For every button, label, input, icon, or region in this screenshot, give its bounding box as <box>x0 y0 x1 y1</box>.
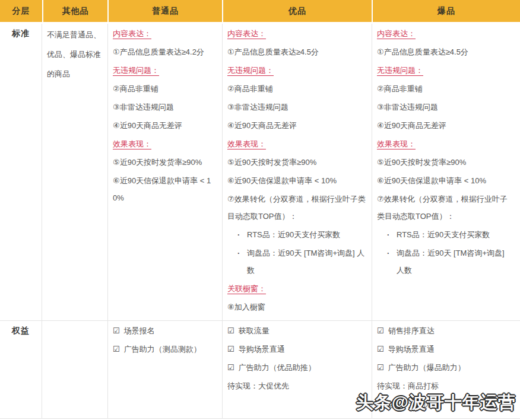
item-text: 导购场景直通 <box>239 341 367 358</box>
standard-row: 标准 不满足普通品、优品、爆品标准的商品 内容表达：①产品信息质量表达≥4.2分… <box>0 24 520 321</box>
item-text: 导购场景直通 <box>388 341 515 358</box>
table-header-row: 分层 其他品 普通品 优品 爆品 <box>0 0 520 22</box>
item-text: 询盘品：近90天 [TM咨询+询盘] 人数 <box>247 244 367 279</box>
criteria-item: ④近90天商品无差评 <box>113 117 217 134</box>
checkbox-checked-icon: ☑ <box>113 341 120 358</box>
criteria-heading: 效果表现： <box>377 135 509 152</box>
criteria-bullet-item: ·询盘品：近90天 [TM咨询+询盘] 人数 <box>377 244 509 279</box>
checkbox-checked-icon: ☑ <box>377 359 384 376</box>
criteria-item: ①产品信息质量表达≥4.2分 <box>113 43 217 61</box>
criteria-heading: 效果表现： <box>113 135 217 152</box>
criteria-heading: 内容表达： <box>113 25 217 42</box>
benefit-item: ☑获取流量 <box>227 322 367 339</box>
benefits-cell-others <box>42 321 108 418</box>
benefit-item: ☑广告助力（爆品助力） <box>377 359 515 376</box>
bullet-icon: · <box>237 244 247 279</box>
header-cell-tier: 分层 <box>0 0 42 22</box>
header-cell-ordinary: 普通品 <box>109 0 222 22</box>
benefit-item: ☑导购场景直通 <box>377 341 515 358</box>
criteria-item: ⑤近90天按时发货率≥90% <box>113 154 217 171</box>
criteria-item: ⑧加入橱窗 <box>227 298 367 316</box>
benefit-item: ☑导购场景直通 <box>227 341 367 358</box>
checkbox-checked-icon: ☑ <box>377 322 384 339</box>
item-text: 获取流量 <box>239 322 367 339</box>
criteria-item: ⑥近90天信保退款申请率 < 10% <box>377 172 509 189</box>
criteria-item: ②商品非重铺 <box>113 80 217 97</box>
header-cell-others: 其他品 <box>43 0 107 22</box>
criteria-item: ①产品信息质量表达≥4.5分 <box>377 43 509 61</box>
checkbox-checked-icon: ☑ <box>227 341 234 358</box>
criteria-item: ③非雷达违规问题 <box>377 98 509 116</box>
criteria-item: ⑦效果转化（分双赛道，根据行业叶子类目动态取TOP值）： <box>227 190 367 225</box>
standard-cell-others: 不满足普通品、优品、爆品标准的商品 <box>42 24 108 320</box>
row-label-standard: 标准 <box>0 24 42 320</box>
header-cell-premium: 优品 <box>223 0 372 22</box>
criteria-item: ②商品非重铺 <box>377 80 509 97</box>
criteria-item: ⑥近90天信保退款申请率 < 10% <box>227 172 367 189</box>
benefits-cell-premium: ☑获取流量☑导购场景直通☑广告助力（优品助推）待实现：大促优先 <box>223 321 372 418</box>
bullet-icon: · <box>237 226 247 243</box>
item-text: 场景报名 <box>124 322 217 339</box>
item-text: 广告助力（爆品助力） <box>388 359 515 376</box>
header-cell-hot: 爆品 <box>373 0 520 22</box>
bullet-icon: · <box>387 226 397 243</box>
item-text: 销售排序直达 <box>388 322 515 339</box>
criteria-bullet-item: ·RTS品：近90天支付买家数 <box>227 226 367 243</box>
benefit-item: ☑广告助力（优品助推） <box>227 359 367 376</box>
criteria-item: ③非雷达违规问题 <box>113 98 217 116</box>
item-text: 询盘品：近90天 [TM咨询+询盘] 人数 <box>397 244 509 279</box>
checkbox-checked-icon: ☑ <box>227 359 234 376</box>
checkbox-checked-icon: ☑ <box>113 322 120 339</box>
criteria-bullet-item: ·询盘品：近90天 [TM咨询+询盘] 人数 <box>227 244 367 279</box>
criteria-heading: 无违规问题： <box>377 62 509 79</box>
benefit-item: ☑场景报名 <box>113 322 217 339</box>
criteria-item: ⑤近90天按时发货率≥90% <box>227 154 367 171</box>
criteria-item: 不满足普通品、优品、爆品标准的商品 <box>47 25 103 84</box>
bullet-icon: · <box>387 244 397 279</box>
criteria-item: 待实现：大促优先 <box>227 377 367 394</box>
table-body: 标准 不满足普通品、优品、爆品标准的商品 内容表达：①产品信息质量表达≥4.2分… <box>0 24 520 419</box>
criteria-item: ④近90天商品无差评 <box>227 117 367 134</box>
criteria-item: ①产品信息质量表达≥4.5分 <box>227 43 367 61</box>
benefits-cell-ordinary: ☑场景报名☑广告助力（测品测款） <box>108 321 223 418</box>
criteria-bullet-item: ·RTS品：近90天支付买家数 <box>377 226 509 243</box>
criteria-heading: 内容表达： <box>227 25 367 42</box>
benefit-item: ☑广告助力（测品测款） <box>113 341 217 358</box>
criteria-heading: 关联橱窗： <box>227 280 367 297</box>
criteria-heading: 内容表达： <box>377 25 509 42</box>
item-text: RTS品：近90天支付买家数 <box>397 226 509 243</box>
criteria-heading: 效果表现： <box>227 135 367 152</box>
checkbox-checked-icon: ☑ <box>227 322 234 339</box>
item-text: 广告助力（测品测款） <box>124 341 217 358</box>
standard-cell-ordinary: 内容表达：①产品信息质量表达≥4.2分无违规问题：②商品非重铺③非雷达违规问题④… <box>108 24 223 320</box>
benefit-item: ☑销售排序直达 <box>377 322 515 339</box>
criteria-item: ⑥近90天信保退款申请率 < 10% <box>113 172 217 206</box>
criteria-heading: 无违规问题： <box>113 62 217 79</box>
checkbox-checked-icon: ☑ <box>377 341 384 358</box>
criteria-item: ⑤近90天按时发货率≥90% <box>377 154 509 171</box>
row-label-benefits: 权益 <box>0 321 42 418</box>
standard-cell-hot: 内容表达：①产品信息质量表达≥4.5分无违规问题：②商品非重铺③非雷达违规问题④… <box>372 24 520 320</box>
criteria-item: ③非雷达违规问题 <box>227 98 367 116</box>
criteria-item: ⑦效果转化（分双赛道，根据行业叶子类目动态取TOP值）： <box>377 190 509 225</box>
criteria-item: ②商品非重铺 <box>227 80 367 97</box>
item-text: RTS品：近90天支付买家数 <box>247 226 367 243</box>
item-text: 广告助力（优品助推） <box>239 359 367 376</box>
watermark-text: 头条@波哥十年运营 <box>356 391 516 415</box>
criteria-heading: 无违规问题： <box>227 62 367 79</box>
product-tier-table: 分层 其他品 普通品 优品 爆品 标准 不满足普通品、优品、爆品标准的商品 内容… <box>0 0 520 419</box>
criteria-item: ④近90天商品无差评 <box>377 117 509 134</box>
standard-cell-premium: 内容表达：①产品信息质量表达≥4.5分无违规问题：②商品非重铺③非雷达违规问题④… <box>223 24 372 320</box>
